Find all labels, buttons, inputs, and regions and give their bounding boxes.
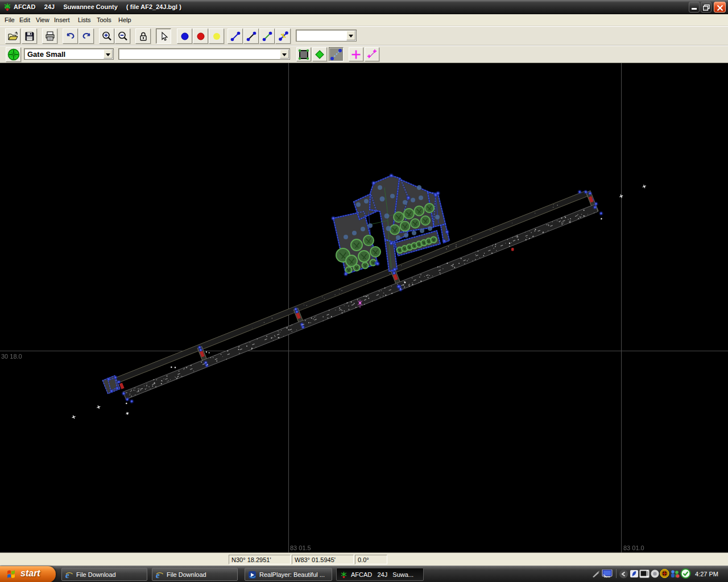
svg-text:e: e xyxy=(156,571,160,579)
svg-text:30 18.0: 30 18.0 xyxy=(1,353,22,360)
svg-text:83 01.0: 83 01.0 xyxy=(623,544,644,551)
svg-text:83 01.5: 83 01.5 xyxy=(290,544,311,551)
svg-text:e: e xyxy=(65,571,69,579)
